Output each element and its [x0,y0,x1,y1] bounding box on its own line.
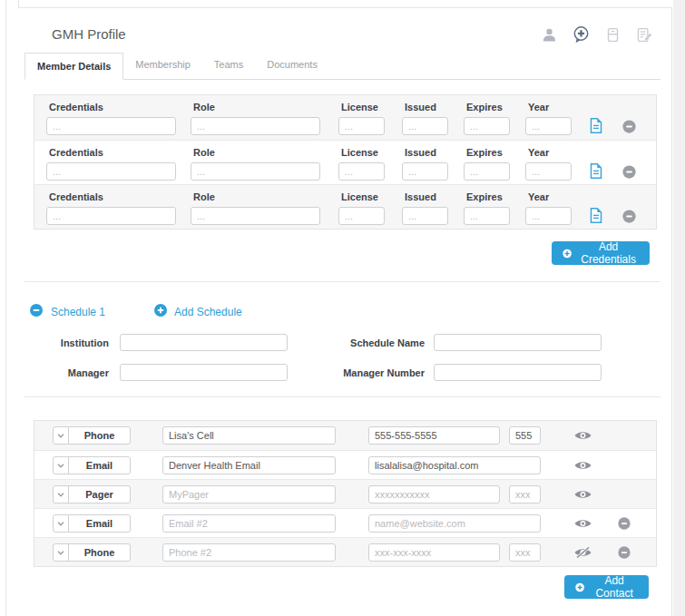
year-input[interactable] [525,207,572,225]
contact-number-input[interactable] [368,485,500,504]
user-icon[interactable] [539,24,559,44]
credential-row: Credentials Role License Issued Expires … [34,184,656,229]
issued-input[interactable] [402,162,448,181]
issued-label: Issued [405,191,436,202]
contact-row: Phone [34,537,656,566]
contact-type-value[interactable]: Phone [68,543,131,562]
license-input[interactable] [338,162,385,181]
visibility-eye-icon[interactable] [574,518,592,530]
credentials-input[interactable] [46,162,176,181]
add-schedule-link[interactable]: Add Schedule [174,306,242,318]
schedule-name-label: Schedule Name [318,337,425,348]
contact-type-dropdown[interactable] [53,514,69,533]
expires-label: Expires [466,147,503,158]
tab-teams[interactable]: Teams [202,52,255,79]
document-icon[interactable] [590,208,603,224]
credentials-input[interactable] [46,117,176,135]
role-input[interactable] [191,207,320,225]
contact-type-value[interactable]: Email [68,456,131,474]
schedule-title: Schedule 1 [51,306,105,318]
contact-type-value[interactable]: Email [68,514,131,533]
credentials-label: Credentials [49,147,103,158]
contact-number-input[interactable] [368,543,500,562]
manager-number-input[interactable] [434,364,602,381]
year-input[interactable] [525,117,572,135]
role-label: Role [193,191,215,202]
contact-ext-input[interactable] [509,543,541,562]
issued-input[interactable] [402,117,448,135]
contact-card-icon[interactable] [602,24,622,44]
contact-name-input[interactable] [162,514,336,533]
tab-member-details[interactable]: Member Details [24,53,123,80]
file-edit-icon[interactable] [634,24,654,44]
contact-ext-input[interactable] [509,426,541,445]
chevron-down-icon [57,464,64,468]
contact-number-input[interactable] [368,514,541,533]
year-input[interactable] [525,162,572,181]
plus-circle-icon [563,248,572,259]
remove-credential-icon[interactable] [622,210,636,223]
role-input[interactable] [191,162,320,181]
chevron-down-icon [57,551,64,555]
contact-name-input[interactable] [162,456,336,474]
visibility-eye-icon[interactable] [574,430,592,442]
credentials-label: Credentials [49,191,103,202]
manager-label: Manager [24,367,109,378]
institution-label: Institution [24,337,109,348]
document-icon[interactable] [590,163,603,180]
add-contact-button[interactable]: Add Contact [564,575,649,599]
visibility-eye-icon[interactable] [574,489,592,501]
expires-input[interactable] [464,207,510,225]
license-input[interactable] [338,117,385,135]
remove-contact-icon[interactable] [618,546,631,560]
tab-documents[interactable]: Documents [255,52,329,79]
credentials-section: Credentials Role License Issued Expires … [34,94,657,230]
contact-type-dropdown[interactable] [53,485,69,504]
contact-type-value[interactable]: Pager [68,485,131,504]
role-input[interactable] [191,117,320,135]
remove-credential-icon[interactable] [622,120,636,133]
contact-ext-input[interactable] [509,485,541,504]
contact-type-value[interactable]: Phone [68,426,131,445]
remove-credential-icon[interactable] [622,165,636,179]
contact-name-input[interactable] [162,543,336,562]
expires-input[interactable] [464,117,510,135]
issued-input[interactable] [402,207,448,225]
credential-row: Credentials Role License Issued Expires … [34,140,656,184]
add-schedule-icon[interactable] [154,304,167,317]
collapse-schedule-icon[interactable] [30,304,43,317]
expires-label: Expires [466,102,503,112]
tab-bar: Member Details Membership Teams Document… [24,53,661,80]
comment-medical-icon[interactable] [571,24,591,44]
remove-contact-icon[interactable] [618,517,631,531]
section-divider [24,396,661,397]
chevron-down-icon [57,493,64,497]
add-credentials-button[interactable]: Add Credentials [552,241,650,265]
contact-name-input[interactable] [162,485,336,504]
manager-input[interactable] [120,364,288,381]
contact-row: Email [34,450,656,479]
visibility-eye-icon[interactable] [574,460,592,472]
page-title: GMH Profile [52,26,126,42]
contact-number-input[interactable] [368,456,541,474]
contact-number-input[interactable] [368,426,500,445]
year-label: Year [528,102,549,112]
page-background-strip [673,0,685,616]
contact-name-input[interactable] [162,426,336,445]
year-label: Year [528,147,549,158]
contact-type-dropdown[interactable] [53,426,69,445]
profile-page: GMH Profile [0,0,685,616]
contact-type-dropdown[interactable] [53,543,69,562]
section-divider [24,281,661,282]
credentials-input[interactable] [46,207,176,225]
visibility-eye-slash-icon[interactable] [574,547,592,559]
schedule-name-input[interactable] [434,334,602,351]
tab-membership[interactable]: Membership [123,52,202,79]
document-icon[interactable] [590,118,603,134]
license-input[interactable] [338,207,385,225]
expires-input[interactable] [464,162,510,181]
contact-type-dropdown[interactable] [53,456,69,474]
previous-panel-edge [18,0,672,8]
license-label: License [341,147,378,158]
institution-input[interactable] [120,334,288,351]
